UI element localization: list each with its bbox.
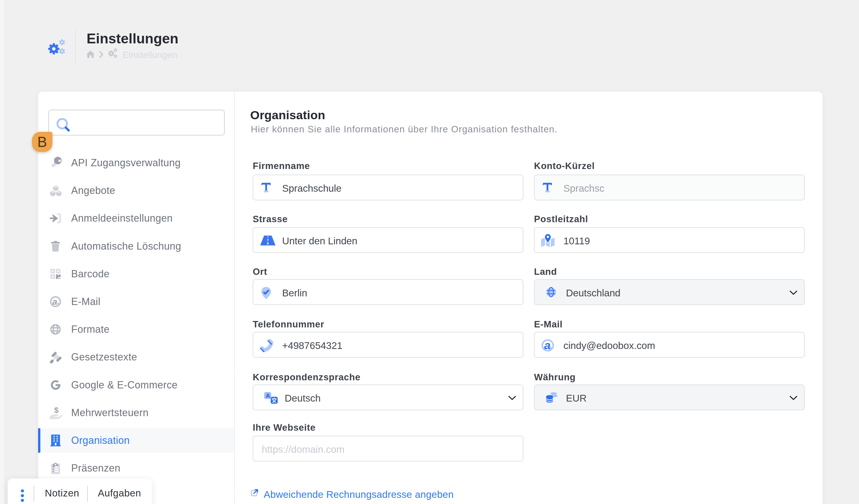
- svg-text:A: A: [266, 392, 270, 399]
- svg-text:a: a: [544, 339, 551, 352]
- svg-text:$: $: [54, 407, 59, 414]
- svg-text:a: a: [52, 297, 57, 307]
